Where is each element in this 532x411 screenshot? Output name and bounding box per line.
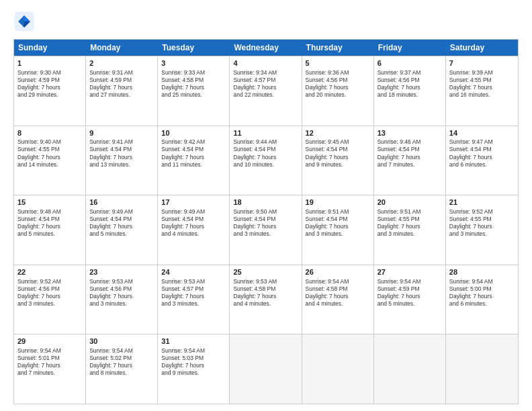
day-number: 8 [17,128,82,138]
cell-info: Sunrise: 9:47 AMSunset: 4:54 PMDaylight:… [449,138,515,168]
day-number: 5 [306,58,370,68]
calendar-cell: 18Sunrise: 9:50 AMSunset: 4:54 PMDayligh… [230,195,302,265]
header-day: Wednesday [230,40,302,56]
cell-info: Sunrise: 9:53 AMSunset: 4:58 PMDaylight:… [233,278,298,308]
cell-info: Sunrise: 9:53 AMSunset: 4:57 PMDaylight:… [161,278,226,308]
calendar-cell: 20Sunrise: 9:51 AMSunset: 4:55 PMDayligh… [374,195,446,265]
day-number: 7 [449,58,515,68]
calendar-cell: 28Sunrise: 9:54 AMSunset: 5:00 PMDayligh… [446,265,518,334]
header-day: Saturday [446,40,518,56]
day-number: 30 [89,336,154,347]
calendar-cell: 22Sunrise: 9:52 AMSunset: 4:56 PMDayligh… [14,265,86,334]
cell-info: Sunrise: 9:52 AMSunset: 4:56 PMDaylight:… [17,278,82,308]
calendar-cell: 9Sunrise: 9:41 AMSunset: 4:54 PMDaylight… [86,126,158,195]
cell-info: Sunrise: 9:30 AMSunset: 4:59 PMDaylight:… [17,69,82,99]
calendar-header: SundayMondayTuesdayWednesdayThursdayFrid… [14,40,518,56]
calendar-row: 22Sunrise: 9:52 AMSunset: 4:56 PMDayligh… [14,265,518,334]
calendar-cell: 12Sunrise: 9:45 AMSunset: 4:54 PMDayligh… [302,126,374,195]
cell-info: Sunrise: 9:54 AMSunset: 5:00 PMDaylight:… [449,278,515,308]
cell-info: Sunrise: 9:37 AMSunset: 4:56 PMDaylight:… [378,69,442,99]
cell-info: Sunrise: 9:46 AMSunset: 4:54 PMDaylight:… [378,138,442,168]
cell-info: Sunrise: 9:54 AMSunset: 5:03 PMDaylight:… [161,347,226,377]
calendar-cell: 7Sunrise: 9:39 AMSunset: 4:55 PMDaylight… [446,56,518,126]
day-number: 24 [161,267,226,277]
calendar-cell: 21Sunrise: 9:52 AMSunset: 4:55 PMDayligh… [446,195,518,265]
day-number: 13 [378,128,442,138]
day-number: 26 [306,267,370,277]
day-number: 4 [233,58,298,68]
header-day: Tuesday [158,40,230,56]
calendar: SundayMondayTuesdayWednesdayThursdayFrid… [13,39,519,404]
calendar-cell: 30Sunrise: 9:54 AMSunset: 5:02 PMDayligh… [86,334,158,404]
day-number: 14 [449,128,515,138]
cell-info: Sunrise: 9:34 AMSunset: 4:57 PMDaylight:… [233,69,298,99]
calendar-cell: 27Sunrise: 9:54 AMSunset: 4:59 PMDayligh… [374,265,446,334]
day-number: 17 [161,197,226,208]
calendar-body: 1Sunrise: 9:30 AMSunset: 4:59 PMDaylight… [14,56,518,404]
calendar-cell [446,334,518,404]
calendar-row: 1Sunrise: 9:30 AMSunset: 4:59 PMDaylight… [14,56,518,126]
cell-info: Sunrise: 9:54 AMSunset: 4:59 PMDaylight:… [378,278,442,308]
calendar-cell: 16Sunrise: 9:49 AMSunset: 4:54 PMDayligh… [86,195,158,265]
day-number: 25 [233,267,298,277]
day-number: 20 [378,197,442,208]
cell-info: Sunrise: 9:33 AMSunset: 4:58 PMDaylight:… [161,69,226,99]
day-number: 3 [161,58,226,68]
cell-info: Sunrise: 9:49 AMSunset: 4:54 PMDaylight:… [89,208,154,238]
day-number: 2 [89,58,154,68]
logo [13,11,38,32]
cell-info: Sunrise: 9:53 AMSunset: 4:56 PMDaylight:… [89,278,154,308]
cell-info: Sunrise: 9:36 AMSunset: 4:56 PMDaylight:… [306,69,370,99]
day-number: 11 [233,128,298,138]
calendar-cell: 4Sunrise: 9:34 AMSunset: 4:57 PMDaylight… [230,56,302,126]
day-number: 19 [306,197,370,208]
calendar-cell: 11Sunrise: 9:44 AMSunset: 4:54 PMDayligh… [230,126,302,195]
cell-info: Sunrise: 9:50 AMSunset: 4:54 PMDaylight:… [233,208,298,238]
cell-info: Sunrise: 9:49 AMSunset: 4:54 PMDaylight:… [161,208,226,238]
calendar-cell [302,334,374,404]
day-number: 29 [17,336,82,347]
day-number: 1 [17,58,82,68]
cell-info: Sunrise: 9:54 AMSunset: 5:02 PMDaylight:… [89,347,154,377]
calendar-cell: 10Sunrise: 9:42 AMSunset: 4:54 PMDayligh… [158,126,230,195]
day-number: 9 [89,128,154,138]
day-number: 15 [17,197,82,208]
header-day: Friday [374,40,446,56]
logo-icon [13,11,35,32]
day-number: 27 [378,267,442,277]
calendar-cell: 25Sunrise: 9:53 AMSunset: 4:58 PMDayligh… [230,265,302,334]
cell-info: Sunrise: 9:51 AMSunset: 4:55 PMDaylight:… [378,208,442,238]
day-number: 12 [306,128,370,138]
calendar-cell [374,334,446,404]
header-day: Sunday [14,40,86,56]
cell-info: Sunrise: 9:31 AMSunset: 4:59 PMDaylight:… [89,69,154,99]
cell-info: Sunrise: 9:40 AMSunset: 4:55 PMDaylight:… [17,138,82,168]
calendar-cell: 26Sunrise: 9:54 AMSunset: 4:58 PMDayligh… [302,265,374,334]
calendar-cell: 29Sunrise: 9:54 AMSunset: 5:01 PMDayligh… [14,334,86,404]
calendar-cell: 14Sunrise: 9:47 AMSunset: 4:54 PMDayligh… [446,126,518,195]
calendar-row: 8Sunrise: 9:40 AMSunset: 4:55 PMDaylight… [14,126,518,195]
calendar-cell: 5Sunrise: 9:36 AMSunset: 4:56 PMDaylight… [302,56,374,126]
calendar-cell: 2Sunrise: 9:31 AMSunset: 4:59 PMDaylight… [86,56,158,126]
cell-info: Sunrise: 9:39 AMSunset: 4:55 PMDaylight:… [449,69,515,99]
cell-info: Sunrise: 9:45 AMSunset: 4:54 PMDaylight:… [306,138,370,168]
calendar-row: 29Sunrise: 9:54 AMSunset: 5:01 PMDayligh… [14,334,518,404]
cell-info: Sunrise: 9:44 AMSunset: 4:54 PMDaylight:… [233,138,298,168]
cell-info: Sunrise: 9:54 AMSunset: 5:01 PMDaylight:… [17,347,82,377]
cell-info: Sunrise: 9:41 AMSunset: 4:54 PMDaylight:… [89,138,154,168]
cell-info: Sunrise: 9:51 AMSunset: 4:54 PMDaylight:… [306,208,370,238]
day-number: 31 [161,336,226,347]
day-number: 10 [161,128,226,138]
calendar-cell: 17Sunrise: 9:49 AMSunset: 4:54 PMDayligh… [158,195,230,265]
header-day: Monday [86,40,158,56]
day-number: 16 [89,197,154,208]
page: SundayMondayTuesdayWednesdayThursdayFrid… [0,0,532,411]
calendar-cell: 8Sunrise: 9:40 AMSunset: 4:55 PMDaylight… [14,126,86,195]
calendar-cell: 23Sunrise: 9:53 AMSunset: 4:56 PMDayligh… [86,265,158,334]
day-number: 23 [89,267,154,277]
day-number: 21 [449,197,515,208]
calendar-cell [230,334,302,404]
cell-info: Sunrise: 9:42 AMSunset: 4:54 PMDaylight:… [161,138,226,168]
calendar-cell: 24Sunrise: 9:53 AMSunset: 4:57 PMDayligh… [158,265,230,334]
cell-info: Sunrise: 9:52 AMSunset: 4:55 PMDaylight:… [449,208,515,238]
